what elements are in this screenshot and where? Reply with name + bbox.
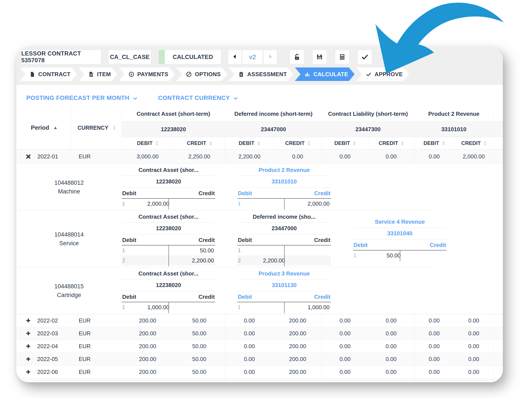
value-cell: 0.00 <box>414 378 454 382</box>
t-account-headers: DebitCredit <box>122 188 215 199</box>
entry-number: 1 <box>122 248 130 254</box>
status-green-stripe <box>159 50 165 64</box>
value-cell: 50.00 <box>173 340 225 352</box>
triangle-left-icon <box>232 54 238 60</box>
tab-calculate[interactable]: CALCULATE <box>295 67 355 81</box>
t-account-headers: DebitCredit <box>237 188 331 199</box>
table-header: PeriodCURRENCYContract Asset (short-term… <box>16 106 503 150</box>
credit-column-header[interactable]: CREDIT <box>273 137 322 149</box>
tab-assessment[interactable]: ASSESSMENT <box>229 67 293 81</box>
item-name: Machine <box>16 187 122 196</box>
t-credit-header: Credit <box>314 237 330 243</box>
posting-forecast-dropdown[interactable]: POSTING FORECAST PER MONTH <box>26 94 137 101</box>
credit-column-header[interactable]: CREDIT <box>173 137 225 149</box>
value-cell: 200.00 <box>273 340 322 352</box>
plus-icon[interactable] <box>26 370 31 374</box>
period-label: 2022-03 <box>37 330 58 337</box>
toolbar: LESSOR CONTRACT 5357078 CA_CL_CASE CALCU… <box>21 50 372 64</box>
plus-icon[interactable] <box>26 344 31 349</box>
value-cell: 0.00 <box>322 340 368 352</box>
t-account-number: 33101010 <box>237 176 331 188</box>
period-cell: 2022-06 <box>16 365 72 378</box>
currency-column-header[interactable]: CURRENCY <box>72 106 122 149</box>
currency-cell: EUR <box>72 365 122 378</box>
currency-cell: EUR <box>72 314 122 327</box>
t-account-entry: 150.00 <box>122 245 215 255</box>
calculator-icon <box>338 53 346 61</box>
t-account-headers: DebitCredit <box>353 239 447 250</box>
t-account-title: Product 3 Revenue <box>237 269 331 279</box>
value-cell: 0.00 <box>454 340 494 352</box>
save-button[interactable] <box>312 50 327 64</box>
t-account-headers: DebitCredit <box>237 234 331 245</box>
value-cell: 0.00 <box>454 353 494 365</box>
next-version-button[interactable] <box>264 50 277 64</box>
period-cell: 2022-07 <box>16 378 72 382</box>
entry-credit-value: 50.00 <box>173 247 215 254</box>
debit-column-header[interactable]: DEBIT <box>414 137 454 149</box>
debit-column-header[interactable]: DEBIT <box>225 137 273 149</box>
sort-updown-icon <box>113 125 116 130</box>
value-cell: 200.00 <box>273 353 322 365</box>
item-label: 104488015Cartridge <box>16 282 122 299</box>
value-cell: 0.00 <box>322 353 368 365</box>
credit-column-header-label: CREDIT <box>461 140 481 146</box>
unlock-button[interactable] <box>290 50 304 64</box>
tab-options[interactable]: OPTIONS <box>176 67 227 81</box>
value-cell: 0.00 <box>322 150 368 163</box>
value-cell: 0.00 <box>414 150 454 163</box>
period-label: 2022-04 <box>37 343 58 350</box>
monthly-rows: 2022-02EUR200.0050.000.00200.000.000.000… <box>16 314 503 382</box>
card-content: POSTING FORECAST PER MONTH CONTRACT CURR… <box>16 85 503 382</box>
currency-cell: EUR <box>72 353 122 365</box>
plus-icon[interactable] <box>26 357 31 361</box>
document-icon <box>29 71 35 77</box>
t-account-entry: 12,000.00 <box>122 199 215 209</box>
item-number: 104488014 <box>16 230 122 239</box>
value-cell: 200.00 <box>273 327 322 340</box>
plus-icon[interactable] <box>26 331 31 336</box>
triangle-right-icon <box>267 54 273 60</box>
currency-cell: EUR <box>72 327 122 340</box>
t-account-entries: 11,000.00 <box>237 302 331 312</box>
t-account: Service 4 Revenue33101040DebitCredit150.… <box>353 218 447 261</box>
plus-icon[interactable] <box>26 318 31 323</box>
partial-column <box>494 121 503 137</box>
value-cell: 0.00 <box>322 314 368 327</box>
t-account-number: 23447000 <box>237 223 331 234</box>
value-cell: 0.00 <box>368 150 414 163</box>
period-label: 2022-01 <box>37 153 58 160</box>
credit-column-header[interactable]: CREDIT <box>454 137 494 149</box>
t-debit-header: Debit <box>238 294 252 300</box>
period-cell: 2022-03 <box>16 327 72 340</box>
t-credit-header: Credit <box>198 190 215 197</box>
tab-label: ITEM <box>97 71 111 78</box>
tab-contract[interactable]: CONTRACT <box>20 67 77 81</box>
tab-item[interactable]: ITEM <box>78 67 117 81</box>
item-icon <box>88 71 94 77</box>
value-cell: 0.00 <box>414 314 454 327</box>
value-cell: 0.00 <box>225 365 273 378</box>
account-group-title: Deferred income (short-term) <box>225 106 322 121</box>
debit-column-header[interactable]: DEBIT <box>322 137 368 149</box>
value-cell: 0.00 <box>368 327 414 340</box>
case-field[interactable]: CA_CL_CASE <box>108 50 151 64</box>
value-cell: 0.00 <box>414 340 454 352</box>
credit-column-header[interactable]: CREDIT <box>368 137 414 149</box>
debit-column-header[interactable]: DEBIT <box>122 137 173 149</box>
collapse-x-icon[interactable] <box>26 154 31 159</box>
value-cell: 2,250.00 <box>173 150 225 163</box>
t-credit-header: Credit <box>198 294 215 300</box>
contract-id-field[interactable]: LESSOR CONTRACT 5357078 <box>21 50 101 64</box>
partial-cell <box>494 150 503 163</box>
posting-detail-block: 104488014ServiceContract Asset (shor...1… <box>16 210 503 267</box>
calculator-button[interactable] <box>335 50 349 64</box>
period-column-header[interactable]: Period <box>16 106 72 149</box>
contract-currency-dropdown[interactable]: CONTRACT CURRENCY <box>158 94 238 101</box>
version-navigator: v2 <box>228 50 278 64</box>
previous-version-button[interactable] <box>228 50 241 64</box>
unlock-icon <box>293 53 301 61</box>
status-field: CALCULATED <box>158 50 221 64</box>
tab-payments[interactable]: $PAYMENTS <box>119 67 175 81</box>
t-account-entries: 12,000.00 <box>237 199 331 209</box>
